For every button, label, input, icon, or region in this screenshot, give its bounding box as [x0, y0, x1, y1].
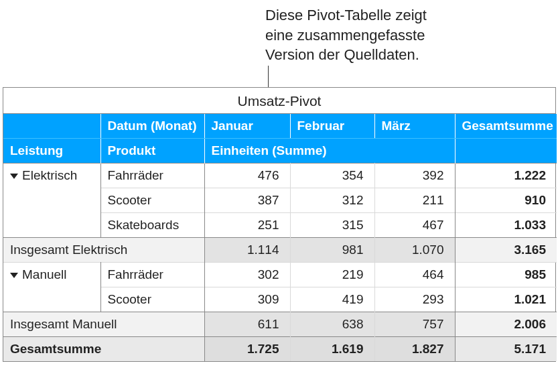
value-cell: 302 — [204, 263, 290, 287]
header-leistung: Leistung — [3, 139, 100, 164]
header-month-jan: Januar — [204, 114, 290, 139]
product-cell: Scooter — [100, 287, 204, 312]
product-cell: Fahrräder — [100, 164, 204, 188]
table-row: Elektrisch Fahrräder 476 354 392 1.222 — [3, 164, 557, 188]
value-cell: 293 — [374, 287, 455, 312]
chevron-down-icon[interactable] — [10, 273, 18, 278]
grand-total-value: 1.827 — [374, 337, 455, 362]
header-month-feb: Februar — [290, 114, 374, 139]
caption-line1: Diese Pivot-Tabelle zeigt — [265, 5, 493, 25]
header-month-mar: März — [374, 114, 455, 139]
subtotal-row-elektrisch: Insgesamt Elektrisch 1.114 981 1.070 3.1… — [3, 238, 557, 263]
value-cell: 251 — [204, 213, 290, 238]
product-cell: Fahrräder — [100, 263, 204, 287]
row-total-cell: 910 — [455, 188, 557, 213]
header-grand-total: Gesamtsumme — [455, 114, 557, 139]
value-cell: 392 — [374, 164, 455, 188]
caption-connector-line — [268, 66, 269, 87]
value-cell: 219 — [290, 263, 374, 287]
subtotal-row-manuell: Insgesamt Manuell 611 638 757 2.006 — [3, 312, 557, 337]
pivot-table-container: Umsatz-Pivot Datum (Monat) Januar Februa… — [3, 87, 556, 362]
subtotal-label: Insgesamt Elektrisch — [3, 238, 204, 263]
value-cell: 312 — [290, 188, 374, 213]
group-name: Manuell — [22, 267, 67, 281]
header-date-label: Datum (Monat) — [100, 114, 204, 139]
value-cell: 419 — [290, 287, 374, 312]
subtotal-value: 1.070 — [374, 238, 455, 263]
grand-total-value: 1.619 — [290, 337, 374, 362]
group-name: Elektrisch — [22, 168, 77, 182]
value-cell: 476 — [204, 164, 290, 188]
value-cell: 464 — [374, 263, 455, 287]
header-empty — [3, 114, 100, 139]
row-total-cell: 985 — [455, 263, 557, 287]
subtotal-total: 3.165 — [455, 238, 557, 263]
header-empty-2 — [455, 139, 557, 164]
subtotal-value: 981 — [290, 238, 374, 263]
row-total-cell: 1.222 — [455, 164, 557, 188]
group-cell-manuell[interactable]: Manuell — [3, 263, 100, 312]
pivot-table: Datum (Monat) Januar Februar März Gesamt… — [3, 114, 557, 361]
group-cell-elektrisch[interactable]: Elektrisch — [3, 164, 100, 238]
product-cell: Scooter — [100, 188, 204, 213]
header-produkt: Produkt — [100, 139, 204, 164]
table-row: Manuell Fahrräder 302 219 464 985 — [3, 263, 557, 287]
table-title: Umsatz-Pivot — [3, 88, 555, 114]
subtotal-value: 757 — [374, 312, 455, 337]
subtotal-value: 638 — [290, 312, 374, 337]
header-row-months: Datum (Monat) Januar Februar März Gesamt… — [3, 114, 557, 139]
header-units-sum: Einheiten (Summe) — [204, 139, 455, 164]
grand-total-value: 1.725 — [204, 337, 290, 362]
grand-total-label: Gesamtsumme — [3, 337, 204, 362]
value-cell: 467 — [374, 213, 455, 238]
grand-total-row: Gesamtsumme 1.725 1.619 1.827 5.171 — [3, 337, 557, 362]
subtotal-label: Insgesamt Manuell — [3, 312, 204, 337]
value-cell: 309 — [204, 287, 290, 312]
subtotal-total: 2.006 — [455, 312, 557, 337]
row-total-cell: 1.021 — [455, 287, 557, 312]
header-row-fields: Leistung Produkt Einheiten (Summe) — [3, 139, 557, 164]
row-total-cell: 1.033 — [455, 213, 557, 238]
grand-total-total: 5.171 — [455, 337, 557, 362]
value-cell: 211 — [374, 188, 455, 213]
value-cell: 315 — [290, 213, 374, 238]
caption-line2: eine zusammengefasste — [265, 25, 493, 46]
caption-text: Diese Pivot-Tabelle zeigt eine zusammeng… — [265, 5, 493, 65]
subtotal-value: 1.114 — [204, 238, 290, 263]
subtotal-value: 611 — [204, 312, 290, 337]
product-cell: Skateboards — [100, 213, 204, 238]
value-cell: 354 — [290, 164, 374, 188]
chevron-down-icon[interactable] — [10, 174, 18, 179]
value-cell: 387 — [204, 188, 290, 213]
caption-line3: Version der Quelldaten. — [265, 45, 493, 65]
